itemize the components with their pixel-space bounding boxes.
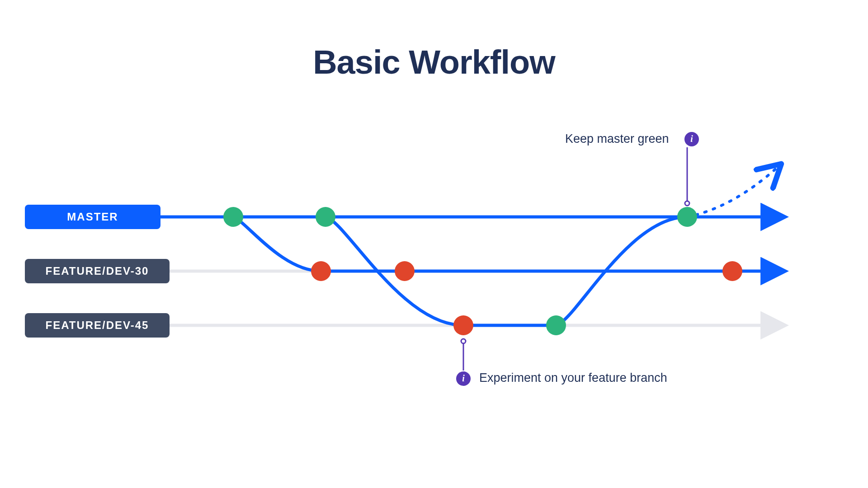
branch-label-master: MASTER — [67, 211, 118, 223]
svg-point-13 — [461, 339, 466, 343]
branch-label-dev45: FEATURE/DEV-45 — [46, 319, 149, 331]
svg-text:i: i — [690, 134, 693, 144]
commit-d30c — [722, 261, 742, 281]
commit-m1 — [223, 207, 243, 227]
svg-point-10 — [685, 201, 689, 206]
commit-d45a — [453, 315, 473, 335]
workflow-diagram: MASTERFEATURE/DEV-30FEATURE/DEV-45 Keep … — [0, 0, 868, 488]
commit-d45b — [546, 315, 566, 335]
commit-d30a — [311, 261, 331, 281]
branch-label-dev30: FEATURE/DEV-30 — [46, 265, 149, 277]
svg-text:i: i — [462, 373, 465, 383]
commit-m3 — [677, 207, 697, 227]
annotation-bottom: Experiment on your feature branch — [479, 371, 667, 385]
commit-d30b — [395, 261, 415, 281]
commit-m2 — [316, 207, 335, 227]
annotation-top: Keep master green — [565, 132, 669, 145]
